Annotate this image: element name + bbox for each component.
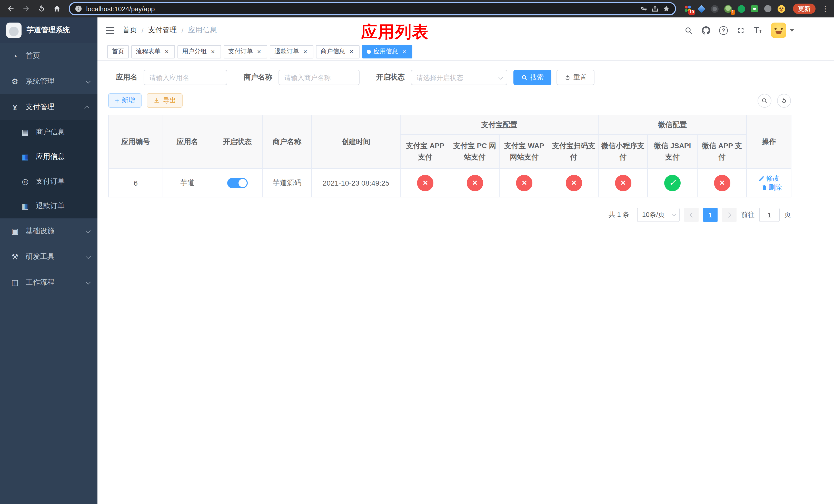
browser-update-button[interactable]: 更新 [793,4,815,14]
extension-badge: 10 [688,10,695,15]
reload-button[interactable] [35,2,48,15]
page-number-button[interactable]: 1 [703,208,718,222]
share-icon[interactable] [652,5,659,12]
home-button[interactable] [50,2,64,15]
sidebar-item-label: 商户信息 [36,128,65,137]
github-icon[interactable] [702,26,710,35]
app-name-input[interactable] [144,70,227,85]
tab-label: 首页 [112,47,124,56]
col-actions: 操作 [747,115,791,168]
font-size-icon[interactable]: TT [754,26,762,35]
back-button[interactable] [4,2,18,15]
search-icon[interactable] [684,26,693,35]
help-icon[interactable]: ? [719,26,728,35]
tab-merchant-info[interactable]: 商户信息 × [316,45,359,58]
col-wx-mini: 微信小程序支付 [598,135,648,168]
tab-pay-order[interactable]: 支付订单 × [224,45,267,58]
search-icon [761,97,768,104]
sidebar-item-label: 支付管理 [26,102,86,112]
tab-process-form[interactable]: 流程表单 × [131,45,175,58]
reset-button[interactable]: 重置 [556,70,594,85]
browser-menu-button[interactable]: ⋮ [821,4,830,13]
close-icon[interactable]: × [163,48,170,55]
extension-dark-icon[interactable] [710,4,719,13]
prev-page-button[interactable] [684,208,699,222]
extension-emoji-icon[interactable] [776,4,786,13]
forward-button[interactable] [20,2,33,15]
tab-app-info-active[interactable]: 应用信息 × [362,45,412,58]
address-bar[interactable]: localhost:1024/pay/app [69,2,676,15]
sidebar-item-refund-order[interactable]: ▥ 退款订单 [0,194,97,219]
tab-label: 流程表单 [136,47,160,56]
extension-chat-icon[interactable] [750,4,759,13]
enabled-toggle[interactable] [227,178,247,188]
user-menu[interactable] [771,23,794,38]
sidebar-item-pay-order[interactable]: ◎ 支付订单 [0,169,97,194]
avatar[interactable] [771,23,786,38]
chevron-down-icon [86,78,91,83]
close-icon[interactable]: × [209,48,216,55]
app-grid-icon: ▦ [20,152,31,161]
cell-app-id: 6 [109,168,163,197]
yen-icon: ¥ [9,103,21,112]
close-icon[interactable]: × [302,48,309,55]
col-created: 创建时间 [312,115,400,168]
gear-icon: ⚙ [9,77,21,86]
export-button[interactable]: 导出 [147,93,182,108]
sidebar-item-app-info[interactable]: ▦ 应用信息 [0,144,97,169]
breadcrumb-item[interactable]: 首页 [123,26,137,35]
extension-green-icon[interactable] [737,4,746,13]
cell-wx-jsapi: ✓ [648,168,697,197]
dashboard-icon: ◔ [9,51,21,60]
status-check-icon: ✓ [664,175,681,191]
sidebar-item-devtools[interactable]: ⚒ 研发工具 [0,244,97,270]
goto-suffix: 页 [784,210,791,220]
col-alipay-wap: 支付宝 WAP 网站支付 [499,135,549,168]
password-key-icon[interactable] [640,5,647,12]
tab-home[interactable]: 首页 [107,45,129,58]
site-info-icon[interactable] [75,5,82,12]
close-icon[interactable]: × [348,48,355,55]
sidebar-item-label: 应用信息 [36,152,65,161]
col-alipay-app: 支付宝 APP 支付 [400,135,450,168]
breadcrumb-item[interactable]: 支付管理 [148,26,177,35]
fullscreen-icon[interactable] [737,26,745,35]
sidebar-collapse-icon[interactable] [106,27,114,33]
close-icon[interactable]: × [256,48,263,55]
cell-status [212,168,262,197]
sidebar-item-workflow[interactable]: ◫ 工作流程 [0,270,97,295]
tab-user-group[interactable]: 用户分组 × [177,45,221,58]
refresh-table-button[interactable] [777,94,791,108]
page-size-select[interactable]: 10条/页 [637,208,680,222]
extension-pin-icon[interactable] [763,4,772,13]
toggle-search-button[interactable] [758,94,771,108]
extension-grid-icon[interactable]: 10 [683,4,693,13]
sidebar-item-payment[interactable]: ¥ 支付管理 [0,94,97,120]
bookmark-star-icon[interactable] [663,5,670,12]
merchant-name-input[interactable] [279,70,359,85]
chevron-right-icon [726,212,731,217]
search-button[interactable]: 搜索 [513,70,551,85]
extension-gem-icon[interactable] [697,4,706,13]
sidebar-item-infrastructure[interactable]: ▣ 基础设施 [0,219,97,244]
edit-link[interactable]: 修改 [758,174,780,183]
tab-label: 应用信息 [373,47,398,56]
cell-alipay-qr: × [549,168,598,197]
extension-avatar-icon[interactable]: 1 [723,4,732,13]
url-text: localhost:1024/pay/app [86,5,636,13]
tab-refund-order[interactable]: 退款订单 × [270,45,313,58]
goto-prefix: 前往 [741,210,754,220]
status-select[interactable] [411,70,507,85]
app-name-label: 应用名 [116,73,137,82]
add-button[interactable]: + 新增 [108,93,141,108]
next-page-button[interactable] [722,208,737,222]
sidebar-item-home[interactable]: ◔ 首页 [0,43,97,69]
sidebar-item-system[interactable]: ⚙ 系统管理 [0,69,97,94]
status-select-input[interactable] [411,70,507,85]
sidebar-item-merchant-info[interactable]: ▤ 商户信息 [0,120,97,144]
goto-page-input[interactable] [759,208,780,222]
delete-link[interactable]: 删除 [761,183,782,192]
extension-badge: 1 [731,10,735,15]
close-icon[interactable]: × [401,48,408,55]
sidebar: 芋道管理系统 ◔ 首页 ⚙ 系统管理 ¥ 支付管理 ▤ 商户信息 [0,18,97,504]
